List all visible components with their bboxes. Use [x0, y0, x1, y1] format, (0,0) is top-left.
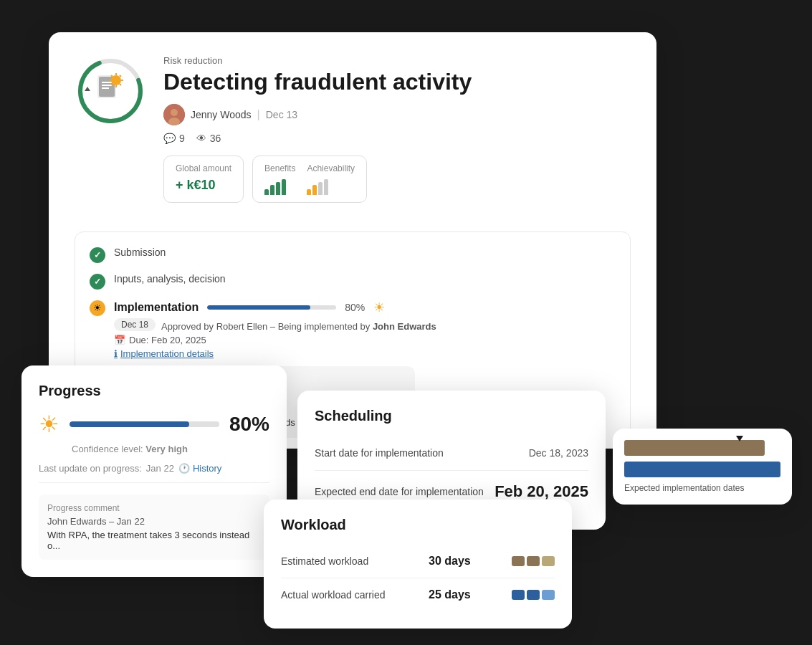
step-circle-2: ✓: [90, 274, 105, 290]
step-analysis: ✓ Inputs, analysis, decision: [90, 273, 616, 290]
impl-link[interactable]: ℹ Implementation details: [114, 348, 616, 359]
history-link[interactable]: 🕐 History: [178, 463, 221, 474]
progress-bar-main: [70, 421, 219, 427]
header-text: Risk reduction Detecting fraudulent acti…: [163, 55, 631, 220]
workload-bars-2: [512, 590, 555, 600]
progress-sun-icon: ☀: [39, 411, 59, 438]
wl-bar-olive-3: [542, 556, 555, 566]
comment-count: 💬 9: [163, 133, 185, 144]
workload-card-title: Workload: [281, 517, 555, 533]
wl-bar-blue-2: [527, 590, 540, 600]
stats-row: 💬 9 👁 36: [163, 133, 631, 144]
history-icon: 🕐: [178, 463, 190, 474]
impl-due: 📅 Due: Feb 20, 2025: [114, 335, 616, 345]
wl-bar-olive-2: [527, 556, 540, 566]
main-title: Detecting fraudulent activity: [163, 69, 631, 95]
progress-comment-box: Progress comment John Edwards – Jan 22 W…: [39, 494, 269, 560]
step-submission: ✓ Submission: [90, 247, 616, 263]
circular-progress-icon: [75, 55, 146, 127]
scheduling-card-title: Scheduling: [315, 408, 588, 424]
benefits-bars: [264, 178, 295, 195]
author-name: Jenny Woods: [191, 109, 252, 120]
svg-line-14: [120, 75, 121, 77]
achievability-bars: [307, 178, 355, 195]
wl-bar-blue-3: [542, 590, 555, 600]
progress-main-row: ☀ 80%: [39, 411, 269, 438]
gantt-bar-blue: [624, 462, 780, 477]
workload-row-2: Actual workload carried 25 days: [281, 578, 555, 611]
wl-bar-olive-1: [512, 556, 525, 566]
author-date: Dec 13: [266, 109, 297, 120]
benefits-achievability-box: Benefits Achievability: [252, 156, 367, 203]
comment-icon: 💬: [163, 133, 176, 144]
sun-icon-step: ☀: [93, 302, 102, 313]
confidence-text: Confidence level: Very high: [72, 444, 269, 454]
workload-bars-1: [512, 556, 555, 566]
svg-line-15: [111, 84, 113, 85]
gantt-card: Expected implementation dates: [613, 429, 792, 505]
calendar-icon: 📅: [114, 335, 125, 345]
metrics-row: Global amount + k€10 Benefits: [163, 156, 631, 203]
author-row: Jenny Woods | Dec 13: [163, 104, 631, 125]
gantt-label: Expected implementation dates: [624, 483, 780, 493]
svg-line-13: [120, 84, 121, 85]
eye-icon: 👁: [196, 133, 206, 144]
sched-row-1: Start date for implementation Dec 18, 20…: [315, 436, 588, 471]
author-avatar: [163, 104, 185, 125]
progress-card-title: Progress: [39, 383, 269, 399]
global-amount-box: Global amount + k€10: [163, 156, 244, 203]
wl-bar-blue-1: [512, 590, 525, 600]
workload-row-1: Estimated workload 30 days: [281, 545, 555, 578]
progress-bar-main-fill: [70, 421, 189, 427]
progress-card: Progress ☀ 80% Confidence level: Very hi…: [22, 366, 287, 577]
workload-card: Workload Estimated workload 30 days Actu…: [264, 500, 572, 629]
impl-header: Implementation 80% ☀: [114, 300, 616, 315]
gantt-bar-olive: [624, 440, 765, 456]
view-count: 👁 36: [196, 133, 221, 144]
history-row: Last update on progress: Jan 22 🕐 Histor…: [39, 463, 269, 483]
step-circle-1: ✓: [90, 247, 105, 263]
svg-line-12: [111, 75, 113, 77]
risk-label: Risk reduction: [163, 55, 631, 66]
gantt-marker: [736, 436, 743, 441]
impl-progress-fill: [207, 305, 310, 310]
info-icon: ℹ: [114, 348, 118, 359]
progress-pct-big: 80%: [229, 413, 269, 436]
svg-point-18: [171, 109, 178, 116]
svg-point-7: [111, 75, 121, 85]
step-circle-active: ☀: [90, 300, 105, 316]
sun-icon-impl: ☀: [373, 300, 385, 315]
svg-marker-16: [85, 87, 90, 91]
impl-progress-bar: [207, 305, 336, 310]
